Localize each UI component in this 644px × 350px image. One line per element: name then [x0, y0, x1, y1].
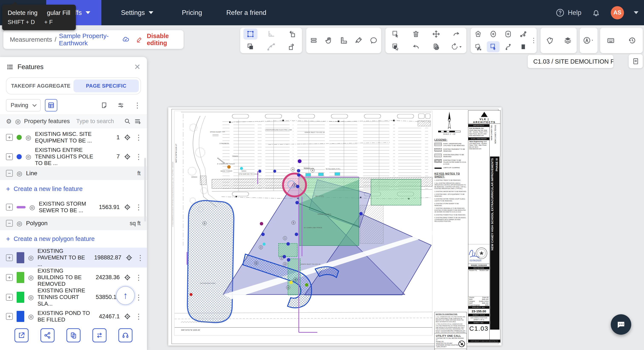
filter-sliders-icon[interactable] — [117, 102, 124, 109]
node-path-tool[interactable] — [502, 41, 514, 52]
locate-icon[interactable] — [125, 254, 133, 262]
locate-icon[interactable] — [124, 313, 131, 320]
create-polygon-feature-button[interactable]: +Create a new polygon feature — [0, 230, 147, 248]
bell-icon[interactable] — [591, 8, 601, 18]
visibility-all-icon[interactable]: ◎ — [15, 118, 21, 125]
nav-settings[interactable]: Settings — [110, 0, 164, 25]
expand-icon[interactable]: + — [6, 274, 13, 281]
undo-tool[interactable] — [409, 41, 423, 52]
feature-row[interactable]: + ◎ EXISTING BUILDING TO BE REMOVED 2423… — [0, 268, 147, 287]
rotate-cw-tool[interactable] — [285, 41, 299, 52]
expand-icon[interactable]: + — [6, 134, 13, 141]
locate-icon[interactable] — [124, 134, 131, 141]
chat-support-button[interactable] — [611, 314, 631, 335]
rows-tool[interactable] — [307, 35, 321, 46]
panel-menu-icon[interactable]: ⋮ — [134, 102, 141, 109]
feature-color-swatch[interactable] — [16, 311, 24, 322]
gear-icon[interactable]: ⚙ — [6, 118, 12, 125]
duplicate-tool[interactable] — [244, 41, 258, 52]
copy-to-page-tool[interactable] — [429, 41, 443, 52]
polygon-group-header[interactable]: − ◎ Polygon sq ft — [0, 216, 147, 230]
visibility-ring-icon[interactable]: ◎ — [16, 170, 22, 177]
visibility-ring-icon[interactable]: ◎ — [30, 203, 35, 211]
visibility-ring-icon[interactable]: ◎ — [16, 220, 22, 227]
feature-color-swatch[interactable] — [16, 154, 22, 159]
breadcrumb-root[interactable]: Measurements — [10, 36, 52, 43]
feature-color-swatch[interactable] — [16, 252, 24, 263]
tag-tool[interactable] — [543, 35, 557, 46]
search-icon[interactable] — [124, 118, 131, 125]
add-roundrect-tool[interactable] — [502, 28, 514, 39]
tab-page-specific[interactable]: PAGE SPECIFIC — [74, 80, 139, 92]
feature-row[interactable]: + ◎ EXISTING STORM SEWER TO BE ... 1563.… — [0, 198, 147, 216]
cut-polygon-tool[interactable] — [472, 41, 484, 52]
expand-icon[interactable]: + — [6, 294, 13, 301]
row-menu-icon[interactable]: ⋮ — [137, 254, 144, 261]
highlighter-tool[interactable] — [352, 35, 366, 46]
history-icon[interactable] — [625, 35, 639, 46]
category-select[interactable]: Paving — [6, 99, 41, 111]
row-menu-icon[interactable]: ⋮ — [135, 153, 142, 160]
feature-color-swatch[interactable] — [16, 272, 24, 283]
tab-takeoff-aggregate[interactable]: TAKEOFF AGGREGATE — [8, 80, 74, 92]
visibility-ring-icon[interactable]: ◎ — [26, 134, 31, 141]
disable-editing-button[interactable]: Disable editing — [147, 32, 177, 47]
pan-hand-tool[interactable] — [322, 35, 336, 46]
help-button[interactable]: Help — [556, 8, 582, 17]
feature-color-swatch[interactable] — [16, 206, 26, 208]
line-group-header[interactable]: − ◎ Line ft — [0, 167, 147, 180]
add-feature-list-icon[interactable] — [134, 118, 142, 125]
pond-polygon[interactable] — [188, 200, 234, 323]
marquee-select-tool[interactable] — [244, 28, 258, 39]
avatar[interactable]: AS — [611, 6, 624, 19]
share-button[interactable] — [40, 328, 54, 342]
rotate-ccw-tool[interactable] — [285, 28, 299, 39]
row-menu-icon[interactable]: ⋮ — [135, 294, 142, 301]
feature-row[interactable]: + ◎ EXISTING POND TO BE FILLED 42467.1 ⋮ — [0, 307, 147, 322]
annotation-a-tool[interactable] — [581, 35, 596, 46]
lasso-fill-select-tool[interactable] — [389, 41, 403, 52]
collapse-icon[interactable]: − — [6, 220, 13, 227]
edit-pencil-icon[interactable] — [136, 35, 143, 44]
polyline-nodes-tool[interactable] — [517, 28, 530, 39]
repeat-takeoff-button[interactable] — [92, 328, 106, 342]
layers-icon[interactable] — [561, 35, 575, 46]
add-pentagon-tool[interactable] — [472, 28, 484, 39]
keyboard-shortcuts-icon[interactable] — [604, 35, 618, 46]
locate-icon[interactable] — [124, 153, 131, 161]
visibility-ring-icon[interactable]: ◎ — [28, 254, 34, 261]
scale-ruler-tool[interactable] — [337, 35, 351, 46]
feature-row[interactable]: + ◎ EXISTING MISC. SITE EQUIPMENT TO BE … — [0, 128, 147, 147]
plan-sheet[interactable]: C:\Users\BWR\Documents\23-155.00 New Can… — [168, 107, 502, 346]
page-panel-toggle[interactable] — [629, 54, 643, 68]
support-headset-button[interactable] — [118, 328, 132, 342]
add-ellipse-tool[interactable] — [487, 28, 500, 39]
row-menu-icon[interactable]: ⋮ — [135, 274, 142, 281]
open-external-button[interactable] — [14, 328, 28, 342]
account-menu-caret-icon[interactable] — [634, 11, 638, 14]
expand-icon[interactable]: + — [6, 254, 13, 261]
rotate-reset-tool[interactable] — [449, 41, 464, 52]
comment-tool[interactable] — [367, 35, 381, 46]
panel-scrollbar[interactable] — [144, 158, 146, 222]
expand-icon[interactable]: + — [6, 153, 13, 160]
feature-row[interactable]: + ◎ EXISTING ENTIRE TENNIS LIGHTS POLE T… — [0, 147, 147, 167]
visibility-ring-icon[interactable]: ◎ — [28, 313, 34, 320]
bezier-curve-tool[interactable] — [264, 41, 278, 52]
locate-icon[interactable] — [124, 274, 131, 281]
breadcrumb-current[interactable]: Sample Property- Earthwork — [59, 32, 114, 47]
row-menu-icon[interactable]: ⋮ — [135, 203, 142, 211]
locate-icon[interactable] — [124, 203, 131, 211]
search-input[interactable]: Type to search — [76, 118, 120, 125]
feature-color-swatch[interactable] — [16, 135, 22, 140]
table-view-button[interactable] — [45, 99, 57, 111]
nav-refer[interactable]: Refer a friend — [215, 0, 278, 25]
row-menu-icon[interactable]: ⋮ — [135, 313, 142, 320]
filled-rect-tool[interactable] — [517, 41, 530, 52]
nav-pricing[interactable]: Pricing — [171, 0, 213, 25]
select-shape-tool[interactable] — [487, 41, 500, 52]
close-icon[interactable]: ✕ — [134, 62, 140, 71]
expand-icon[interactable]: + — [6, 313, 13, 320]
redo-tool[interactable] — [449, 28, 464, 39]
move-tool[interactable] — [429, 28, 443, 39]
